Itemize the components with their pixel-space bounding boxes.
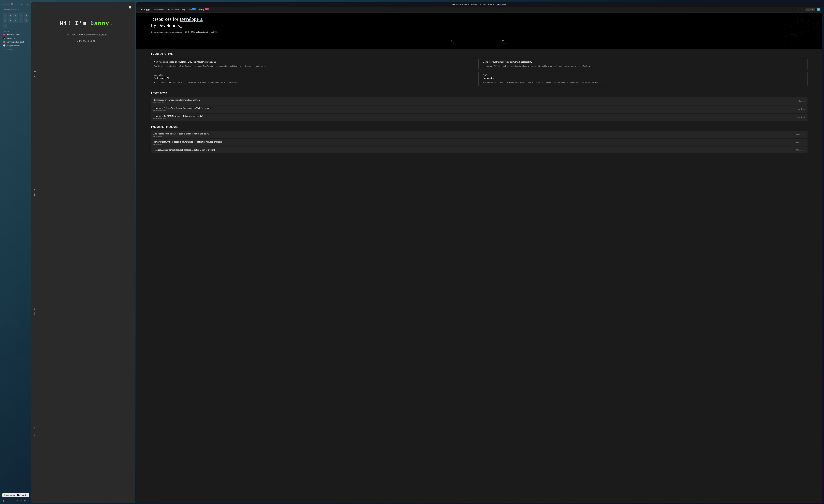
sidebar-toggle-icon[interactable] [11,3,13,5]
app-tile-2[interactable]: ◆ [13,13,18,18]
sidebar-tool-7[interactable]: ⊟ [24,500,26,502]
browser-sidebar: ‹ › ⟳ developer.mozilla.org ▶✦◆✶●✈✦◉◆●✦ … [1,2,30,503]
ai-help-banner-link[interactable]: AI Help [496,3,502,5]
nav-back-icon[interactable]: ‹ [21,3,22,6]
theme-button[interactable]: ◐ Theme [796,9,803,11]
ds-sub2-suffix: . [96,39,96,42]
mdn-nav-guides[interactable]: Guides [167,8,173,11]
theme-toggle-dot[interactable] [129,6,131,9]
app-tile-5[interactable]: ✈ [3,18,7,23]
reload-icon[interactable]: ⟳ [27,3,29,5]
news-item-0[interactable]: Responsibly empowering developers with A… [151,97,808,105]
close-window[interactable] [2,4,4,5]
search-toggle[interactable]: ___ 🔍 [805,8,815,11]
sidebar-item-3[interactable]: GGoogle Doodles [1,44,30,47]
hero-search-input[interactable]: 🔍 [451,38,507,44]
mdn-nav-play[interactable]: PlayNEW [188,8,196,11]
news-item-1[interactable]: Introducing AI Help: Your Trusted Compan… [151,105,808,113]
sidebar-tool-6[interactable]: ⚡ [20,500,22,502]
ds-nav-about[interactable]: About [33,307,36,315]
sidebar-tool-3[interactable]: ⊡ [10,500,11,502]
ds-sub2-prefix: Currently @ [77,39,90,42]
theme-icon: ◐ [796,9,797,11]
folder-icon [3,41,5,43]
item-time: a month ago [797,108,805,110]
passions-link[interactable]: passions [99,33,108,36]
sidebar-item-1[interactable]: mMDN Plus [1,36,30,40]
latest-news-title: Latest news [151,91,808,95]
traffic-lights [2,4,9,5]
news-item-2[interactable]: Introducing the MDN Playground: Bring yo… [151,114,808,121]
svg-text:/: / [809,17,810,19]
app-tile-7[interactable]: ◉ [13,18,18,23]
app-tile-0[interactable]: ▶ [3,13,7,18]
sidebar-tool-1[interactable]: ◧ [3,500,4,502]
recent-contributions-title: Recent contributions [151,125,808,128]
featured-card-0[interactable]: New reference pages on MDN for JavaScrip… [151,58,479,70]
avatar[interactable]: D [817,8,820,11]
mdn-logo[interactable]: /\/\ mdn_ [139,8,152,11]
contrib-item-2[interactable]: describe Access-Control-Request-Headers … [151,147,808,153]
ds-logo[interactable]: DS [33,6,36,9]
app-tile-1[interactable]: ✦ [8,13,13,18]
url-bar[interactable]: developer.mozilla.org [2,8,29,11]
ds-nav-blog[interactable]: Blog [33,71,36,77]
hero-developers-link[interactable]: Developers [180,16,202,22]
mdn-body: Featured Articles New reference pages on… [136,49,822,503]
card-category: Web APIs [154,74,476,77]
mdn-nav-plus[interactable]: Plus [175,8,179,11]
ds-nav-contact[interactable]: Contact [33,426,36,437]
mdn-nav-ai-help[interactable]: AI HelpBETA [198,8,209,11]
tab-chip-0[interactable]: dannyspina.com [3,494,15,496]
ds-heading-prefix: Hi! I'm [60,20,90,27]
item-source: developer.mozilla.org [153,118,203,119]
zalari-link[interactable]: Zalari [90,39,96,42]
item-title: Add on load event listener to code examp… [153,133,209,135]
new-tab-button[interactable]: + New Tab [1,47,30,51]
contrib-item-1[interactable]: Remove "default" from possible return va… [151,139,808,146]
tab-chip-1[interactable]: MDN Web Docs [16,494,28,496]
item-title: Responsibly empowering developers with A… [153,99,200,101]
item-time: 12 hours ago [796,149,805,151]
sidebar-tool-2[interactable]: ⊞ [6,500,8,502]
sidebar-item-2[interactable]: Very important stuff [1,40,30,44]
app-tile-6[interactable]: ✦ [8,18,13,23]
left-pane-ds-site: DS BlogBooksAboutContact Hi! I'm Danny. … [31,2,135,503]
sidebar-item-label: Very important stuff [7,41,24,43]
featured-card-1[interactable]: Using HTML landmark roles to improve acc… [480,58,808,70]
maximize-window[interactable] [7,4,9,5]
svg-text:|: | [816,33,816,34]
sidebar-tool-5[interactable]: ⤢ [16,500,18,502]
svg-text:+: + [817,25,818,26]
featured-card-2[interactable]: Web APIsPerformance APIThe Performance A… [151,72,479,86]
card-category: CSS [483,74,805,77]
sidebar-tool-8[interactable]: ● [28,500,29,502]
item-time: 12 hours ago [796,142,805,144]
mdn-nav-blog[interactable]: Blog [182,8,185,11]
sidebar-tool-4[interactable]: ○ [13,500,14,502]
card-title: New reference pages on MDN for JavaScrip… [154,61,476,63]
card-title: Using HTML landmark roles to improve acc… [483,61,805,63]
featured-card-3[interactable]: CSSfont-paletteThe font-palette CSS prop… [480,72,808,86]
ds-nav-books[interactable]: Books [33,188,36,196]
app-tile-10[interactable]: ✦ [3,23,7,28]
app-tile-9[interactable]: ● [24,18,28,23]
ds-heading-name: Danny. [90,20,113,27]
svg-rect-0 [11,3,13,5]
sidebar-item-label: Important stuff [7,34,20,35]
mdn-nav-references[interactable]: References [154,8,165,11]
ds-sub-suffix: . [108,33,108,36]
app-tile-3[interactable]: ✶ [19,13,23,18]
hero-l2: by Developers [151,23,180,28]
contrib-item-0[interactable]: Add on load event listener to code examp… [151,131,808,138]
nav-forward-icon[interactable]: › [24,3,25,6]
sidebar-item-0[interactable]: Important stuff [1,33,30,36]
mdn-icon: m [3,37,5,39]
badge-beta: BETA [205,8,209,10]
hero-l1a: Resources for [151,16,180,22]
app-tile-8[interactable]: ◆ [19,18,23,23]
minimize-window[interactable] [5,4,6,5]
tab-favicon [4,494,5,496]
right-pane-mdn: Get real-time assistance with your codin… [136,2,822,503]
app-tile-4[interactable]: ● [24,13,28,18]
